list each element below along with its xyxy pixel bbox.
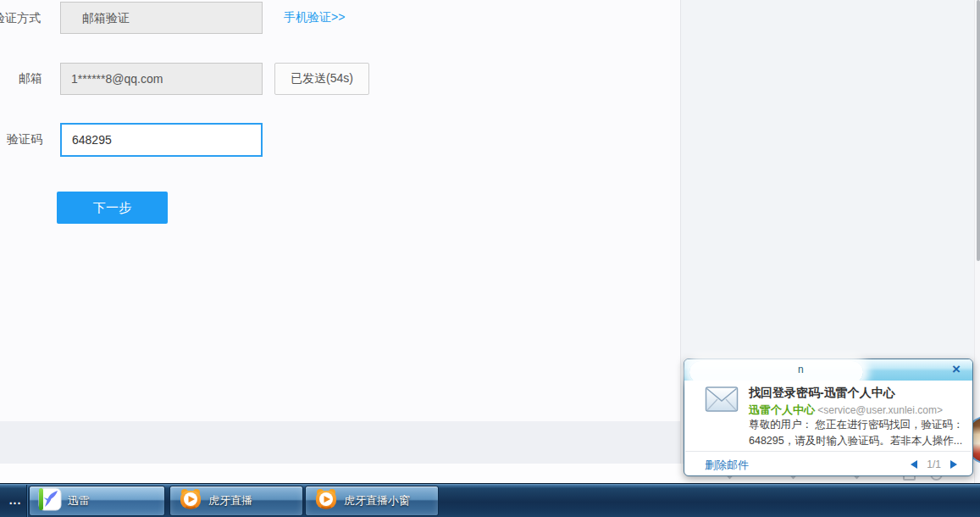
taskbar: ... 迅雷	[0, 483, 980, 517]
previous-mail-icon[interactable]	[911, 460, 917, 469]
scrollbar[interactable]	[974, 0, 980, 483]
verification-code-input[interactable]	[60, 123, 263, 157]
taskbar-button-label: 虎牙直播	[208, 493, 252, 509]
email-field[interactable]	[60, 63, 263, 95]
huya-icon	[314, 487, 338, 514]
mail-body-line: 648295，请及时输入验证码。若非本人操作...	[749, 434, 962, 448]
next-step-button[interactable]: 下一步	[57, 192, 168, 224]
taskbar-button-huya-miniwindow[interactable]: 虎牙直播小窗	[305, 486, 439, 516]
titlebar-text-remnant: n	[798, 364, 804, 375]
verification-code-label: 验证码	[7, 132, 42, 147]
page-footer-band	[0, 421, 680, 464]
taskbar-button-huya[interactable]: 虎牙直播	[169, 486, 303, 516]
popup-divider	[685, 451, 971, 452]
mail-notification-popup: n × 找回登录密码-迅雷个人中心 迅雷个人中心 <service@user.x…	[684, 359, 973, 476]
popup-titlebar[interactable]: n ×	[684, 359, 972, 381]
mail-body-line: 尊敬的用户： 您正在进行密码找回，验证码：	[749, 418, 963, 432]
phone-verification-link[interactable]: 手机验证>>	[284, 10, 345, 25]
next-mail-icon[interactable]	[950, 460, 957, 469]
page-indicator: 1/1	[927, 459, 941, 470]
redacted-title-blur	[689, 361, 863, 383]
close-icon[interactable]: ×	[952, 361, 961, 378]
taskbar-overflow-button[interactable]: ...	[5, 489, 25, 511]
sender-name: 迅雷个人中心	[749, 403, 815, 416]
mail-pager: 1/1	[911, 459, 957, 470]
xunlei-icon	[38, 487, 62, 514]
mail-subject: 找回登录密码-迅雷个人中心	[749, 386, 895, 401]
envelope-icon	[705, 386, 739, 418]
huya-icon	[179, 487, 202, 514]
resend-code-button[interactable]: 已发送(54s)	[274, 63, 369, 95]
taskbar-button-label: 迅雷	[68, 493, 90, 509]
verification-method-field[interactable]: 邮箱验证	[60, 2, 263, 34]
delete-mail-link[interactable]: 删除邮件	[705, 458, 749, 473]
scrollbar-thumb[interactable]	[977, 0, 980, 261]
sender-email: <service@user.xunlei.com>	[817, 404, 943, 416]
taskbar-button-xunlei[interactable]: 迅雷	[29, 486, 165, 516]
taskbar-divider	[27, 485, 28, 517]
taskbar-button-label: 虎牙直播小窗	[344, 493, 410, 509]
email-label: 邮箱	[19, 71, 42, 86]
mail-sender: 迅雷个人中心 <service@user.xunlei.com>	[749, 403, 943, 418]
verification-method-label: 验证方式	[0, 11, 41, 26]
